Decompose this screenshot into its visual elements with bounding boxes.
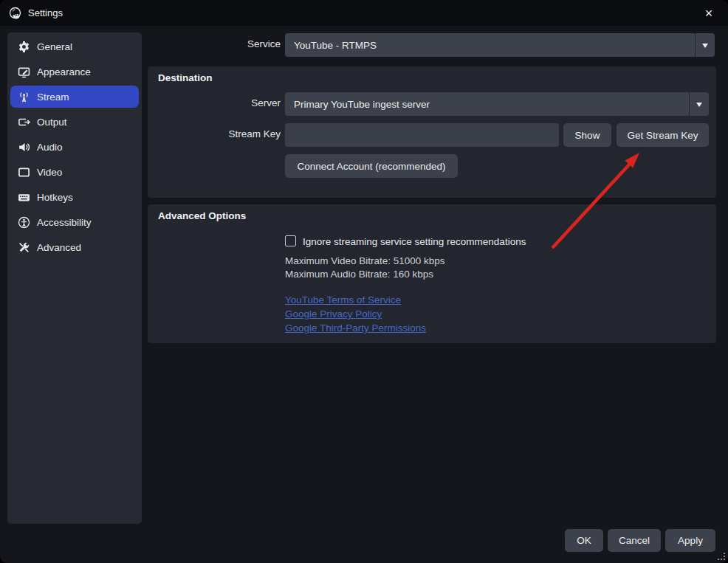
service-select-value: YouTube - RTMPS bbox=[285, 40, 695, 51]
google-permissions-link[interactable]: Google Third-Party Permissions bbox=[285, 322, 426, 334]
sidebar-item-stream[interactable]: Stream bbox=[10, 86, 139, 108]
sidebar-item-general[interactable]: General bbox=[10, 35, 139, 58]
sidebar-item-video[interactable]: Video bbox=[10, 161, 139, 183]
sidebar-item-appearance[interactable]: Appearance bbox=[10, 61, 139, 83]
sidebar-item-label: Audio bbox=[37, 142, 63, 153]
sidebar-item-label: Output bbox=[37, 117, 67, 128]
obs-logo-icon bbox=[9, 7, 21, 19]
titlebar: Settings × bbox=[0, 0, 728, 26]
sidebar-item-label: General bbox=[37, 41, 72, 52]
settings-window: Settings × General Appearance Stream bbox=[0, 0, 728, 563]
sidebar-item-advanced[interactable]: Advanced bbox=[10, 236, 139, 258]
show-button[interactable]: Show bbox=[563, 123, 611, 147]
server-label: Server bbox=[151, 97, 281, 108]
chevron-down-icon bbox=[695, 33, 715, 57]
window-title: Settings bbox=[28, 7, 63, 18]
ignore-recommendations-label[interactable]: Ignore streaming service setting recomme… bbox=[303, 236, 526, 247]
settings-sidebar: General Appearance Stream Output Audio bbox=[7, 32, 142, 524]
sidebar-item-audio[interactable]: Audio bbox=[10, 136, 139, 158]
cancel-button[interactable]: Cancel bbox=[608, 529, 661, 552]
appearance-icon bbox=[18, 66, 30, 78]
advanced-icon bbox=[18, 241, 30, 254]
hotkeys-icon bbox=[18, 191, 30, 204]
destination-header: Destination bbox=[158, 72, 213, 83]
max-audio-bitrate-text: Maximum Audio Bitrate: 160 kbps bbox=[285, 269, 433, 280]
sidebar-item-label: Stream bbox=[37, 91, 69, 103]
service-links: YouTube Terms of Service Google Privacy … bbox=[285, 294, 426, 334]
output-icon bbox=[18, 116, 30, 128]
sidebar-item-output[interactable]: Output bbox=[10, 111, 139, 133]
connect-account-button[interactable]: Connect Account (recommended) bbox=[285, 154, 458, 178]
google-privacy-link[interactable]: Google Privacy Policy bbox=[285, 308, 426, 320]
sidebar-item-hotkeys[interactable]: Hotkeys bbox=[10, 186, 139, 208]
sidebar-item-label: Advanced bbox=[37, 242, 81, 253]
stream-key-input[interactable] bbox=[285, 123, 559, 147]
accessibility-icon bbox=[18, 216, 30, 229]
stream-icon bbox=[18, 91, 30, 103]
stream-key-label: Stream Key bbox=[151, 128, 281, 139]
advanced-options-header: Advanced Options bbox=[158, 210, 246, 221]
gear-icon bbox=[18, 41, 30, 53]
sidebar-item-label: Video bbox=[37, 167, 62, 178]
ok-button[interactable]: OK bbox=[565, 529, 603, 552]
sidebar-item-accessibility[interactable]: Accessibility bbox=[10, 211, 139, 233]
apply-button[interactable]: Apply bbox=[665, 529, 715, 552]
service-label: Service bbox=[151, 38, 281, 49]
get-stream-key-button[interactable]: Get Stream Key bbox=[617, 123, 709, 147]
sidebar-item-label: Appearance bbox=[37, 66, 91, 77]
audio-icon bbox=[18, 141, 30, 153]
close-button[interactable]: × bbox=[698, 3, 719, 24]
chevron-down-icon bbox=[689, 92, 709, 116]
ignore-recommendations-checkbox[interactable] bbox=[285, 235, 296, 246]
server-select[interactable]: Primary YouTube ingest server bbox=[285, 92, 709, 116]
sidebar-item-label: Accessibility bbox=[37, 217, 92, 228]
sidebar-item-label: Hotkeys bbox=[37, 192, 73, 203]
resize-grip[interactable] bbox=[718, 553, 725, 560]
video-icon bbox=[18, 166, 30, 179]
server-select-value: Primary YouTube ingest server bbox=[285, 99, 689, 110]
max-video-bitrate-text: Maximum Video Bitrate: 51000 kbps bbox=[285, 255, 445, 266]
youtube-terms-link[interactable]: YouTube Terms of Service bbox=[285, 294, 426, 305]
service-select[interactable]: YouTube - RTMPS bbox=[285, 33, 715, 57]
